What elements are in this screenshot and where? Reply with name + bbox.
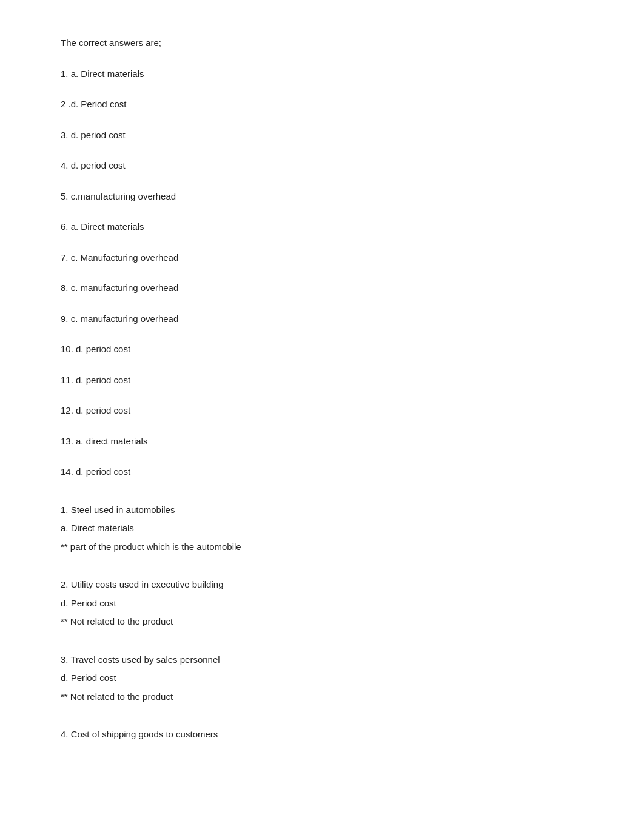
explanation-section-1: 1. Steel used in automobilesa. Direct ma…: [61, 503, 485, 554]
answer-item-5: 5. c.manufacturing overhead: [61, 190, 485, 204]
answer-item-4: 4. d. period cost: [61, 159, 485, 173]
explanation-section-4: 4. Cost of shipping goods to customers: [61, 728, 485, 742]
explanation-section-2: 2. Utility costs used in executive build…: [61, 578, 485, 629]
answer-item-6: 6. a. Direct materials: [61, 220, 485, 234]
explanation-answer-3: d. Period cost: [61, 671, 485, 685]
answer-item-10: 10. d. period cost: [61, 343, 485, 357]
answer-item-11: 11. d. period cost: [61, 374, 485, 387]
explanation-section-3: 3. Travel costs used by sales personneld…: [61, 653, 485, 704]
answer-item-13: 13. a. direct materials: [61, 435, 485, 449]
explanation-answer-2: d. Period cost: [61, 597, 485, 611]
answer-item-7: 7. c. Manufacturing overhead: [61, 251, 485, 265]
intro-text: The correct answers are;: [61, 36, 485, 50]
answer-item-2: 2 .d. Period cost: [61, 98, 485, 112]
answer-item-3: 3. d. period cost: [61, 129, 485, 143]
answer-item-9: 9. c. manufacturing overhead: [61, 312, 485, 326]
explanation-question-2: 2. Utility costs used in executive build…: [61, 578, 485, 592]
explanation-note-1: ** part of the product which is the auto…: [61, 540, 485, 554]
answer-item-8: 8. c. manufacturing overhead: [61, 281, 485, 295]
explanation-question-1: 1. Steel used in automobiles: [61, 503, 485, 517]
answer-item-1: 1. a. Direct materials: [61, 67, 485, 81]
explanation-question-4: 4. Cost of shipping goods to customers: [61, 728, 485, 742]
explanation-question-3: 3. Travel costs used by sales personnel: [61, 653, 485, 667]
explanation-note-2: ** Not related to the product: [61, 615, 485, 629]
explanation-note-3: ** Not related to the product: [61, 690, 485, 704]
answer-item-14: 14. d. period cost: [61, 465, 485, 479]
explanation-answer-1: a. Direct materials: [61, 521, 485, 535]
answer-item-12: 12. d. period cost: [61, 404, 485, 418]
